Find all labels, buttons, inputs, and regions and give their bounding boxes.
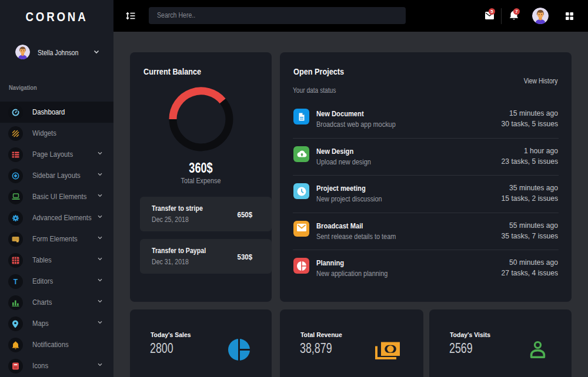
- svg-text:T: T: [14, 278, 18, 285]
